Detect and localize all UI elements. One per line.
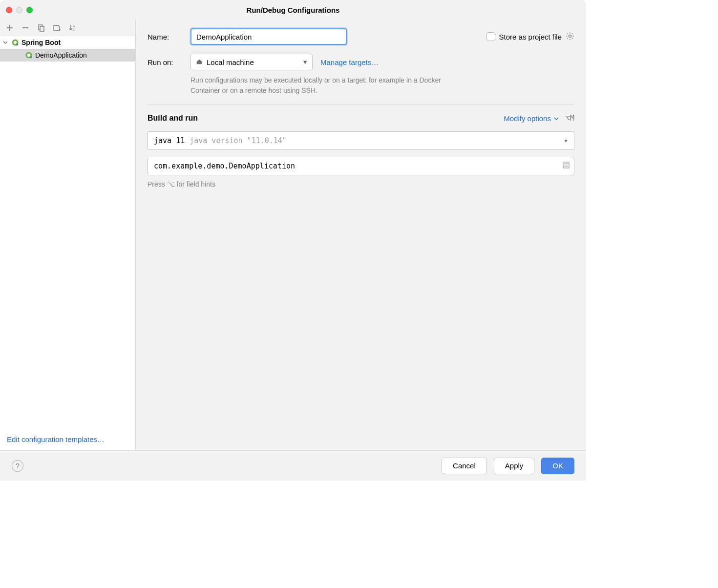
manage-targets-link[interactable]: Manage targets…: [320, 58, 379, 66]
dialog-body: az Spring Boot DemoApplic: [0, 20, 586, 450]
field-hint: Press ⌥ for field hints: [148, 180, 574, 188]
minimize-window-button[interactable]: [16, 7, 22, 13]
svg-text:z: z: [73, 28, 75, 31]
ok-button[interactable]: OK: [541, 458, 574, 474]
chevron-down-icon: ▾: [303, 58, 307, 66]
build-and-run-header: Build and run Modify options ⌥M: [148, 114, 574, 123]
run-debug-dialog: Run/Debug Configurations az: [0, 0, 586, 481]
main-class-input[interactable]: com.example.demo.DemoApplication: [148, 157, 574, 175]
edit-templates-link[interactable]: Edit configuration templates…: [7, 435, 105, 443]
chevron-down-icon: ▾: [564, 136, 568, 145]
window-controls: [6, 7, 33, 13]
store-checkbox[interactable]: [486, 32, 495, 41]
main-class-value: com.example.demo.DemoApplication: [154, 162, 295, 170]
svg-text:a: a: [73, 25, 75, 28]
spring-boot-icon: [24, 51, 33, 59]
modify-options-label: Modify options: [504, 114, 551, 123]
home-icon: [196, 58, 203, 66]
name-input[interactable]: [190, 28, 347, 45]
apply-button[interactable]: Apply: [494, 458, 535, 474]
help-button[interactable]: ?: [12, 460, 23, 472]
add-configuration-button[interactable]: [5, 23, 15, 33]
jdk-select[interactable]: java 11 java version "11.0.14" ▾: [148, 131, 574, 150]
tree-group-label: Spring Boot: [21, 39, 61, 46]
list-icon[interactable]: [562, 161, 570, 171]
svg-point-8: [27, 54, 30, 57]
sidebar-footer: Edit configuration templates…: [0, 430, 135, 450]
configurations-tree[interactable]: Spring Boot DemoApplication: [0, 36, 135, 430]
jdk-detail: java version "11.0.14": [190, 136, 287, 145]
cancel-button[interactable]: Cancel: [442, 458, 487, 474]
titlebar: Run/Debug Configurations: [0, 0, 586, 20]
tree-item-label: DemoApplication: [35, 51, 87, 59]
tree-item-demoapplication[interactable]: DemoApplication: [0, 49, 135, 62]
runon-select[interactable]: Local machine ▾: [190, 54, 313, 70]
name-label: Name:: [148, 33, 183, 41]
svg-point-5: [14, 41, 17, 44]
svg-point-9: [30, 56, 32, 58]
sidebar-toolbar: az: [0, 20, 135, 36]
tree-group-spring-boot[interactable]: Spring Boot: [0, 36, 135, 49]
runon-value: Local machine: [207, 58, 254, 66]
configuration-form: Name: Store as project file Run on: Loca: [136, 20, 586, 450]
zoom-window-button[interactable]: [26, 7, 33, 13]
store-label: Store as project file: [499, 33, 562, 41]
runon-hint: Run configurations may be executed local…: [190, 75, 444, 96]
remove-configuration-button[interactable]: [21, 23, 30, 33]
jdk-name: java 11: [154, 136, 185, 145]
svg-point-6: [16, 43, 18, 45]
close-window-button[interactable]: [6, 7, 12, 13]
chevron-down-icon: [3, 39, 9, 46]
store-as-project-file[interactable]: Store as project file: [486, 32, 574, 42]
name-row: Name: Store as project file: [148, 28, 574, 45]
section-title: Build and run: [148, 114, 198, 123]
window-title: Run/Debug Configurations: [0, 6, 586, 14]
runon-row: Run on: Local machine ▾ Manage targets…: [148, 54, 574, 70]
svg-rect-1: [40, 26, 44, 31]
save-configuration-button[interactable]: [52, 23, 62, 33]
spring-boot-icon: [11, 39, 20, 46]
svg-point-10: [569, 35, 571, 37]
dialog-footer: ? Cancel Apply OK: [0, 450, 586, 481]
gear-icon[interactable]: [566, 32, 574, 42]
chevron-down-icon: [554, 114, 559, 123]
copy-configuration-button[interactable]: [36, 23, 46, 33]
modify-options-link[interactable]: Modify options ⌥M: [504, 114, 574, 123]
divider: [148, 105, 574, 105]
configurations-sidebar: az Spring Boot DemoApplic: [0, 20, 136, 450]
sort-configurations-button[interactable]: az: [67, 23, 77, 33]
runon-label: Run on:: [148, 58, 183, 66]
modify-options-shortcut: ⌥M: [566, 114, 574, 123]
